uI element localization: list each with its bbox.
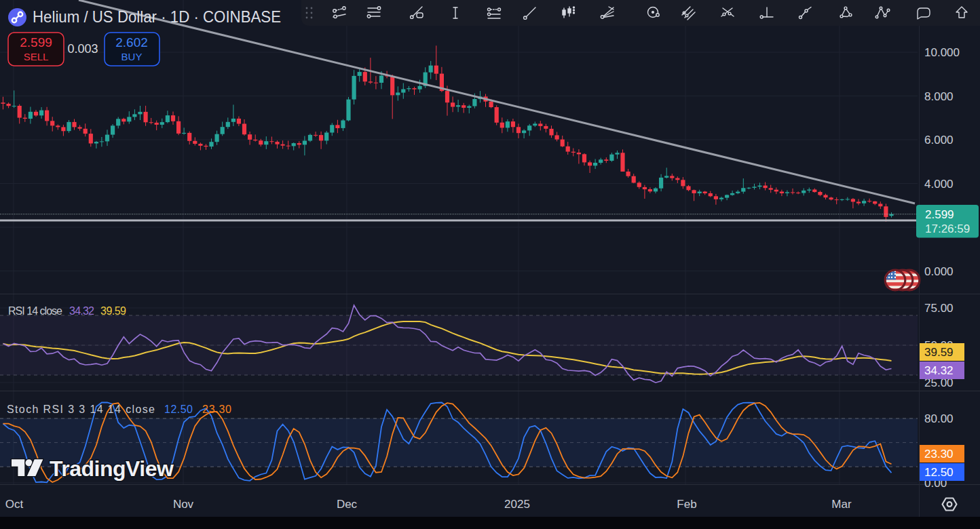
svg-text:8.000: 8.000 — [924, 90, 954, 103]
svg-text:Oct: Oct — [5, 498, 24, 511]
svg-text:RSI 14 close: RSI 14 close — [8, 305, 62, 317]
svg-text:6.000: 6.000 — [924, 134, 954, 146]
svg-text:Helium / US Dollar · 1D · COIN: Helium / US Dollar · 1D · COINBASE — [33, 7, 281, 26]
svg-text:2025: 2025 — [504, 498, 530, 511]
svg-text:12.50: 12.50 — [924, 466, 954, 479]
svg-text:Mar: Mar — [831, 498, 852, 511]
svg-text:0.003: 0.003 — [67, 42, 98, 56]
svg-text:0.000: 0.000 — [924, 265, 954, 278]
svg-text:BUY: BUY — [121, 51, 143, 62]
svg-text:Nov: Nov — [173, 498, 194, 511]
svg-text:Stoch RSI 3 3 14 14 close: Stoch RSI 3 3 14 14 close — [7, 404, 155, 415]
svg-text:34.32: 34.32 — [69, 305, 94, 317]
svg-text:34.32: 34.32 — [924, 364, 954, 377]
svg-text:Feb: Feb — [677, 498, 696, 511]
svg-text:23.30: 23.30 — [202, 404, 231, 415]
svg-text:39.59: 39.59 — [924, 346, 954, 359]
svg-text:23.30: 23.30 — [924, 448, 954, 461]
svg-text:39.59: 39.59 — [100, 305, 126, 317]
svg-text:2.599: 2.599 — [20, 35, 52, 50]
svg-text:2.599: 2.599 — [925, 208, 954, 221]
svg-text:75.00: 75.00 — [924, 302, 954, 315]
svg-text:10.000: 10.000 — [924, 46, 960, 59]
svg-text:4.000: 4.000 — [924, 178, 954, 191]
svg-text:80.00: 80.00 — [924, 412, 954, 425]
svg-text:12.50: 12.50 — [164, 404, 193, 415]
svg-text:Dec: Dec — [337, 498, 358, 511]
svg-text:TradingView: TradingView — [50, 456, 174, 481]
svg-text:2.602: 2.602 — [115, 35, 148, 50]
svg-text:17:26:59: 17:26:59 — [925, 222, 970, 235]
svg-text:SELL: SELL — [24, 51, 49, 62]
